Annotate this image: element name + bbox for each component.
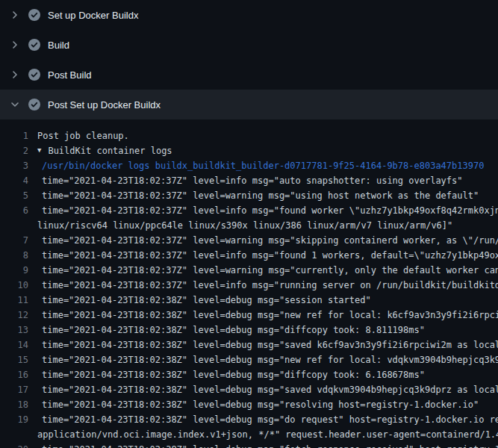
line-number[interactable]: 19 (0, 412, 37, 427)
line-text: time="2021-04-23T18:02:37Z" level=warnin… (37, 263, 498, 278)
line-number[interactable]: 13 (0, 323, 37, 337)
step-title: Post Set up Docker Buildx (48, 99, 161, 111)
line-text: application/vnd.oci.image.index.v1+json,… (37, 427, 498, 442)
line-text: time="2021-04-23T18:02:37Z" level=warnin… (37, 188, 479, 203)
step-title: Set up Docker Buildx (48, 10, 138, 21)
line-number[interactable]: 1 (0, 128, 37, 143)
log-line: application/vnd.oci.image.index.v1+json,… (0, 427, 498, 442)
line-text: time="2021-04-23T18:02:38Z" level=debug … (37, 412, 498, 427)
chevron-icon[interactable] (9, 69, 21, 81)
log-line: 18 time="2021-04-23T18:02:38Z" level=deb… (0, 397, 498, 412)
log-line: 2 ▼BuildKit container logs (0, 143, 498, 158)
line-number[interactable]: 7 (0, 233, 37, 248)
line-text: time="2021-04-23T18:02:38Z" level=debug … (37, 367, 425, 382)
line-number[interactable]: 18 (0, 397, 37, 412)
line-text: time="2021-04-23T18:02:37Z" level=info m… (37, 173, 463, 188)
log-line: 19 time="2021-04-23T18:02:38Z" level=deb… (0, 412, 498, 427)
line-number[interactable]: 14 (0, 337, 37, 352)
line-number[interactable]: 6 (0, 203, 37, 218)
log-line: 10 time="2021-04-23T18:02:37Z" level=inf… (0, 278, 498, 293)
line-number[interactable]: 16 (0, 367, 37, 382)
check-circle-icon (28, 99, 40, 111)
check-circle-icon (28, 9, 40, 21)
line-number[interactable]: 10 (0, 278, 37, 293)
chevron-icon[interactable] (9, 39, 21, 51)
log-line: 9 time="2021-04-23T18:02:37Z" level=warn… (0, 263, 498, 278)
line-number[interactable]: 8 (0, 248, 37, 263)
step-title: Post Build (48, 69, 92, 81)
log-line: 14 time="2021-04-23T18:02:38Z" level=deb… (0, 337, 498, 352)
log-group-expander-icon[interactable]: ▼ (37, 143, 41, 158)
chevron-icon[interactable] (9, 9, 21, 21)
line-text: linux/riscv64 linux/ppc64le linux/s390x … (37, 218, 452, 233)
line-number[interactable]: 20 (0, 442, 37, 448)
line-number[interactable]: 15 (0, 352, 37, 367)
log-lines: 1 Post job cleanup. 2 ▼BuildKit containe… (0, 119, 498, 448)
log-line: linux/riscv64 linux/ppc64le linux/s390x … (0, 218, 498, 233)
log-line: 5 time="2021-04-23T18:02:37Z" level=warn… (0, 188, 498, 203)
line-text: time="2021-04-23T18:02:38Z" level=debug … (37, 308, 498, 323)
line-number[interactable]: 12 (0, 308, 37, 323)
log-line: 11 time="2021-04-23T18:02:38Z" level=deb… (0, 293, 498, 308)
check-circle-icon (28, 69, 40, 81)
line-text: ▼BuildKit container logs (37, 143, 172, 158)
line-text: time="2021-04-23T18:02:37Z" level=info m… (37, 203, 498, 218)
step-header[interactable]: Build (0, 30, 498, 60)
log-line: 7 time="2021-04-23T18:02:37Z" level=warn… (0, 233, 498, 248)
step-header[interactable]: Post Build (0, 60, 498, 90)
line-number[interactable]: 9 (0, 263, 37, 278)
log-line: 4 time="2021-04-23T18:02:37Z" level=info… (0, 173, 498, 188)
step-header[interactable]: Set up Docker Buildx (0, 0, 498, 30)
line-text: time="2021-04-23T18:02:37Z" level=info m… (37, 248, 498, 263)
line-text: time="2021-04-23T18:02:37Z" level=info m… (37, 278, 498, 293)
line-number[interactable]: 11 (0, 293, 37, 308)
log-line: 17 time="2021-04-23T18:02:38Z" level=deb… (0, 382, 498, 397)
line-number[interactable]: 2 (0, 143, 37, 158)
log-line: 8 time="2021-04-23T18:02:37Z" level=info… (0, 248, 498, 263)
line-text: time="2021-04-23T18:02:38Z" level=debug … (37, 352, 498, 367)
line-text: time="2021-04-23T18:02:38Z" level=debug … (37, 293, 371, 308)
log-line: 13 time="2021-04-23T18:02:38Z" level=deb… (0, 323, 498, 337)
line-text: time="2021-04-23T18:02:38Z" level=debug … (37, 442, 498, 448)
line-text: Post job cleanup. (37, 128, 129, 143)
log-line: 15 time="2021-04-23T18:02:38Z" level=deb… (0, 352, 498, 367)
line-text: time="2021-04-23T18:02:38Z" level=debug … (37, 337, 498, 352)
check-circle-icon (28, 39, 40, 51)
line-text: /usr/bin/docker logs buildx_buildkit_bui… (37, 158, 484, 173)
log-line: 16 time="2021-04-23T18:02:38Z" level=deb… (0, 367, 498, 382)
actions-log-viewer: Set up Docker Buildx Build Post Buil (0, 0, 498, 448)
line-text: time="2021-04-23T18:02:37Z" level=warnin… (37, 233, 498, 248)
log-line: 12 time="2021-04-23T18:02:38Z" level=deb… (0, 308, 498, 323)
log-line: 6 time="2021-04-23T18:02:37Z" level=info… (0, 203, 498, 218)
chevron-icon[interactable] (9, 99, 21, 111)
line-number[interactable]: 5 (0, 188, 37, 203)
log-line: 20 time="2021-04-23T18:02:38Z" level=deb… (0, 442, 498, 448)
step-title: Build (48, 40, 69, 51)
line-number[interactable]: 17 (0, 382, 37, 397)
line-number[interactable]: 4 (0, 173, 37, 188)
line-number[interactable]: 3 (0, 158, 37, 173)
line-text: time="2021-04-23T18:02:38Z" level=debug … (37, 323, 425, 337)
step-header[interactable]: Post Set up Docker Buildx (0, 90, 498, 119)
log-line: 3 /usr/bin/docker logs buildx_buildkit_b… (0, 158, 498, 173)
step-list: Set up Docker Buildx Build Post Buil (0, 0, 498, 119)
line-text: time="2021-04-23T18:02:38Z" level=debug … (37, 397, 479, 412)
line-text: time="2021-04-23T18:02:38Z" level=debug … (37, 382, 498, 397)
log-line: 1 Post job cleanup. (0, 128, 498, 143)
